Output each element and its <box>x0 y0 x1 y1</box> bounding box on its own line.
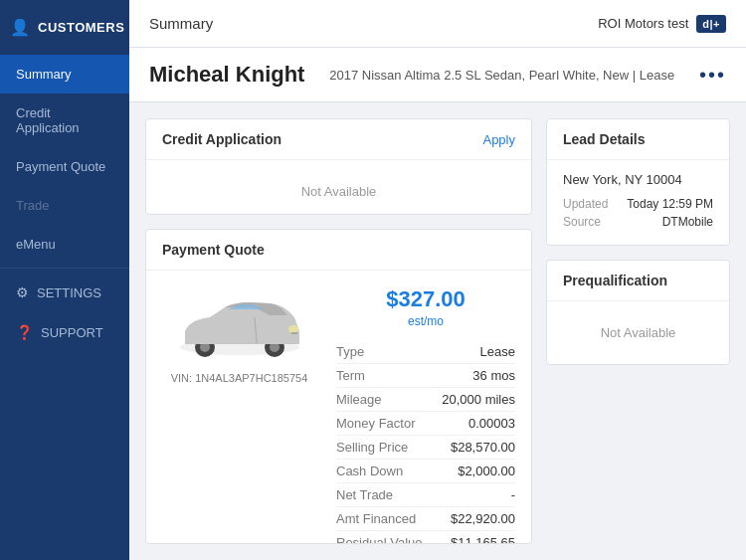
sidebar-item-trade: Trade <box>0 186 129 225</box>
payment-quote-title: Payment Quote <box>162 242 265 258</box>
customer-info: Micheal Knight <box>149 62 304 88</box>
content-area: Credit Application Apply Not Available P… <box>129 102 746 560</box>
credit-application-status: Not Available <box>162 174 515 209</box>
prequalification-card: Prequalification Not Available <box>546 260 730 365</box>
source-value: DTMobile <box>662 215 713 229</box>
sidebar-brand-label: CUSTOMERS <box>38 20 124 35</box>
lead-location: New York, NY 10004 <box>563 172 713 187</box>
net-trade-value: - <box>511 487 515 502</box>
price-amount: $327.00 <box>336 286 515 312</box>
customer-name: Micheal Knight <box>149 62 304 88</box>
sidebar-nav: Summary Credit Application Payment Quote… <box>0 55 129 560</box>
sidebar-item-settings[interactable]: ⚙ SETTINGS <box>0 273 129 312</box>
right-panel: Lead Details New York, NY 10004 Updated … <box>546 118 730 544</box>
topbar-right: ROI Motors test d|+ <box>598 15 726 33</box>
main-content: Summary ROI Motors test d|+ Micheal Knig… <box>129 0 746 560</box>
detail-row: Mileage 20,000 miles <box>336 388 515 412</box>
dealer-logo: d|+ <box>696 15 726 33</box>
payment-quote-body: VIN: 1N4AL3AP7HC185754 $327.00 est/mo Ty… <box>146 271 531 544</box>
customers-icon: 👤 <box>10 18 30 37</box>
help-icon: ❓ <box>16 324 33 340</box>
prequalification-header: Prequalification <box>547 261 729 301</box>
mileage-value: 20,000 miles <box>442 392 515 407</box>
payment-quote-header: Payment Quote <box>146 230 531 271</box>
more-options-button[interactable]: ••• <box>699 64 726 87</box>
payment-details: Type Lease Term 36 mos Mileage 20,000 mi… <box>336 340 515 544</box>
support-label: SUPPORT <box>41 325 103 340</box>
detail-row: Type Lease <box>336 340 515 364</box>
vin-label: VIN: 1N4AL3AP7HC185754 <box>171 372 308 384</box>
car-image <box>170 286 309 366</box>
detail-row: Money Factor 0.00003 <box>336 412 515 436</box>
sidebar-item-emenu[interactable]: eMenu <box>0 225 129 264</box>
amt-financed-label: Amt Financed <box>336 511 416 526</box>
payment-quote-card: Payment Quote <box>145 229 532 544</box>
customer-header: Micheal Knight 2017 Nissan Altima 2.5 SL… <box>129 48 746 102</box>
detail-row: Selling Price $28,570.00 <box>336 436 515 460</box>
sidebar-item-summary[interactable]: Summary <box>0 55 129 93</box>
price-section: $327.00 est/mo Type Lease Term 36 mos <box>336 286 515 544</box>
prequalification-body: Not Available <box>547 301 729 364</box>
money-factor-value: 0.00003 <box>468 416 515 431</box>
customer-vehicle: 2017 Nissan Altima 2.5 SL Sedan, Pearl W… <box>329 68 674 83</box>
amt-financed-value: $22,920.00 <box>451 511 515 526</box>
sidebar-item-credit-application[interactable]: Credit Application <box>0 93 129 147</box>
term-value: 36 mos <box>472 368 515 383</box>
lead-source-row: Source DTMobile <box>563 215 713 229</box>
left-panel: Credit Application Apply Not Available P… <box>145 118 532 544</box>
type-label: Type <box>336 344 364 359</box>
lead-details-body: New York, NY 10004 Updated Today 12:59 P… <box>547 160 729 245</box>
prequalification-status: Not Available <box>563 315 713 350</box>
source-label: Source <box>563 215 601 229</box>
detail-row: Term 36 mos <box>336 364 515 388</box>
car-section: VIN: 1N4AL3AP7HC185754 <box>162 286 316 384</box>
settings-label: SETTINGS <box>37 285 101 300</box>
topbar-title: Summary <box>149 15 213 32</box>
residual-value-label: Residual Value <box>336 535 422 544</box>
car-illustration <box>170 289 309 364</box>
sidebar-item-support[interactable]: ❓ SUPPORT <box>0 312 129 352</box>
svg-point-5 <box>288 325 298 333</box>
prequalification-title: Prequalification <box>563 273 667 288</box>
cash-down-value: $2,000.00 <box>458 464 515 478</box>
cash-down-label: Cash Down <box>336 464 403 478</box>
credit-application-body: Not Available <box>146 160 531 215</box>
apply-button[interactable]: Apply <box>482 132 515 147</box>
credit-application-header: Credit Application Apply <box>146 119 531 160</box>
selling-price-value: $28,570.00 <box>451 440 515 455</box>
updated-label: Updated <box>563 197 608 211</box>
dealer-name: ROI Motors test <box>598 16 688 31</box>
detail-row: Amt Financed $22,920.00 <box>336 507 515 531</box>
detail-row: Residual Value $11,165.65 <box>336 531 515 544</box>
detail-row: Net Trade - <box>336 483 515 507</box>
price-unit: est/mo <box>336 314 515 328</box>
credit-application-title: Credit Application <box>162 131 281 147</box>
lead-details-card: Lead Details New York, NY 10004 Updated … <box>546 118 730 246</box>
type-value: Lease <box>480 344 515 359</box>
selling-price-label: Selling Price <box>336 440 408 455</box>
residual-value-value: $11,165.65 <box>451 535 515 544</box>
sidebar-header: 👤 CUSTOMERS <box>0 0 129 55</box>
net-trade-label: Net Trade <box>336 487 393 502</box>
lead-details-title: Lead Details <box>563 131 645 147</box>
mileage-label: Mileage <box>336 392 382 407</box>
sidebar: 👤 CUSTOMERS Summary Credit Application P… <box>0 0 129 560</box>
detail-row: Cash Down $2,000.00 <box>336 460 515 483</box>
lead-updated-row: Updated Today 12:59 PM <box>563 197 713 211</box>
updated-value: Today 12:59 PM <box>627 197 713 211</box>
credit-application-card: Credit Application Apply Not Available <box>145 118 532 215</box>
topbar: Summary ROI Motors test d|+ <box>129 0 746 48</box>
term-label: Term <box>336 368 365 383</box>
money-factor-label: Money Factor <box>336 416 415 431</box>
lead-details-header: Lead Details <box>547 119 729 160</box>
sidebar-item-payment-quote[interactable]: Payment Quote <box>0 147 129 186</box>
gear-icon: ⚙ <box>16 284 29 300</box>
